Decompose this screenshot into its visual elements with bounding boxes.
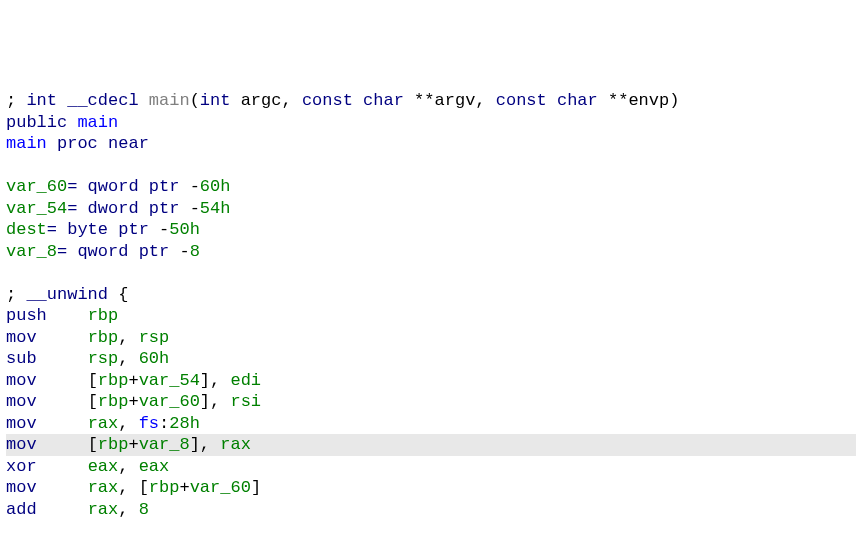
asm-token: = qword ptr (57, 242, 179, 261)
asm-token: mov (6, 435, 88, 454)
asm-token: add (6, 500, 88, 519)
asm-line[interactable] (6, 155, 856, 177)
asm-line[interactable]: mov rbp, rsp (6, 327, 856, 349)
asm-token: main (77, 113, 118, 132)
asm-token: __unwind (26, 285, 108, 304)
asm-token: argc, (230, 91, 301, 110)
asm-token: var_8 (139, 435, 190, 454)
asm-token: 50h (169, 220, 200, 239)
asm-line[interactable]: mov rax, fs:28h (6, 413, 856, 435)
asm-token: var_8 (6, 242, 57, 261)
asm-token: fs (139, 414, 159, 433)
asm-token: + (128, 392, 138, 411)
asm-token: edi (230, 371, 261, 390)
asm-token: , (118, 414, 138, 433)
asm-line[interactable] (6, 262, 856, 284)
asm-token: mov (6, 478, 88, 497)
asm-token: xor (6, 457, 88, 476)
asm-token: push (6, 306, 88, 325)
asm-token: 28h (169, 414, 200, 433)
asm-token: , (118, 349, 138, 368)
asm-token: 8 (190, 242, 200, 261)
asm-token: - (159, 220, 169, 239)
asm-token: ] (251, 478, 261, 497)
asm-line[interactable]: var_54= dword ptr -54h (6, 198, 856, 220)
asm-token (67, 113, 77, 132)
asm-token: int (200, 91, 231, 110)
asm-token: = dword ptr (67, 199, 189, 218)
asm-token: mov (6, 328, 88, 347)
asm-line[interactable]: main proc near (6, 133, 856, 155)
asm-token: - (190, 177, 200, 196)
asm-token: main (6, 134, 47, 153)
asm-token (6, 156, 16, 175)
asm-token: rsp (88, 349, 119, 368)
asm-token: rbp (98, 392, 129, 411)
asm-token: 8 (139, 500, 149, 519)
asm-token: rbp (98, 435, 129, 454)
asm-token: dest (6, 220, 47, 239)
asm-token: , [ (118, 478, 149, 497)
asm-token: rsp (139, 328, 170, 347)
asm-token: rax (88, 414, 119, 433)
asm-line[interactable]: ; __unwind { (6, 284, 856, 306)
asm-token: mov (6, 392, 88, 411)
asm-token: , (118, 457, 138, 476)
asm-token: __cdecl (67, 91, 138, 110)
asm-token: rbp (98, 371, 129, 390)
disassembly-view[interactable]: ; int __cdecl main(int argc, const char … (6, 90, 856, 520)
asm-token: rbp (88, 328, 119, 347)
asm-token: var_60 (6, 177, 67, 196)
asm-token (139, 91, 149, 110)
asm-line[interactable]: push rbp (6, 305, 856, 327)
asm-token: rbp (88, 306, 119, 325)
asm-token: **envp) (598, 91, 680, 110)
asm-line[interactable]: mov [rbp+var_60], rsi (6, 391, 856, 413)
asm-token: [ (88, 371, 98, 390)
asm-line[interactable]: var_8= qword ptr -8 (6, 241, 856, 263)
asm-token: - (179, 242, 189, 261)
asm-token: + (128, 435, 138, 454)
asm-token: ], (200, 371, 231, 390)
asm-token: main (149, 91, 190, 110)
asm-token: [ (88, 435, 98, 454)
asm-token: - (190, 199, 200, 218)
asm-token: + (128, 371, 138, 390)
asm-line[interactable]: ; int __cdecl main(int argc, const char … (6, 90, 856, 112)
asm-line[interactable]: sub rsp, 60h (6, 348, 856, 370)
asm-line[interactable]: add rax, 8 (6, 499, 856, 521)
asm-token: ( (190, 91, 200, 110)
asm-token: = byte ptr (47, 220, 159, 239)
asm-token: ; (6, 91, 26, 110)
asm-token: const char (496, 91, 598, 110)
asm-token: 60h (200, 177, 231, 196)
asm-token: ], (200, 392, 231, 411)
asm-line[interactable]: var_60= qword ptr -60h (6, 176, 856, 198)
asm-token: = qword ptr (67, 177, 189, 196)
asm-token (57, 91, 67, 110)
asm-line[interactable]: mov [rbp+var_54], edi (6, 370, 856, 392)
asm-token: rsi (230, 392, 261, 411)
asm-token: eax (139, 457, 170, 476)
asm-token (6, 263, 16, 282)
asm-token: **argv, (404, 91, 496, 110)
asm-token: [ (88, 392, 98, 411)
asm-token (47, 134, 57, 153)
asm-token: sub (6, 349, 88, 368)
asm-line[interactable]: dest= byte ptr -50h (6, 219, 856, 241)
asm-token: var_54 (6, 199, 67, 218)
asm-token: var_60 (190, 478, 251, 497)
asm-token: + (179, 478, 189, 497)
asm-token: eax (88, 457, 119, 476)
asm-line[interactable]: xor eax, eax (6, 456, 856, 478)
asm-line[interactable]: mov rax, [rbp+var_60] (6, 477, 856, 499)
asm-token: rax (220, 435, 251, 454)
asm-token: , (118, 328, 138, 347)
asm-token: var_54 (139, 371, 200, 390)
asm-line[interactable]: public main (6, 112, 856, 134)
asm-token: rbp (149, 478, 180, 497)
asm-token: rax (88, 500, 119, 519)
asm-token: public (6, 113, 67, 132)
asm-line[interactable]: mov [rbp+var_8], rax (6, 434, 856, 456)
asm-token: 54h (200, 199, 231, 218)
